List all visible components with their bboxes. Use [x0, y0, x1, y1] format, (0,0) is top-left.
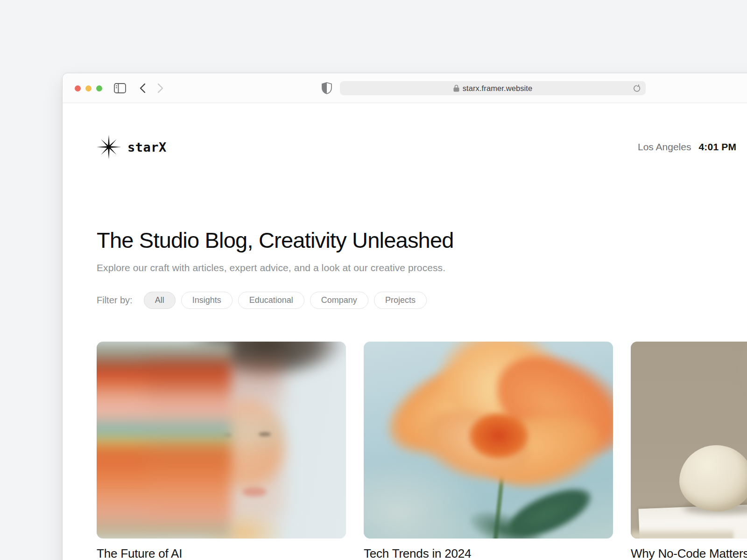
webpage-content: starX Los Angeles 4:01 PM The Studio Blo…: [63, 103, 747, 560]
brand-name: starX: [127, 140, 167, 154]
traffic-lights: [75, 85, 102, 91]
blog-card-image-portrait[interactable]: [97, 342, 346, 539]
filter-pill-projects[interactable]: Projects: [374, 292, 427, 309]
blog-card-grid: The Future of AI What’s next for artific…: [97, 342, 747, 560]
forward-icon[interactable]: [154, 73, 166, 103]
filter-pill-company[interactable]: Company: [310, 292, 368, 309]
blog-card-title[interactable]: The Future of AI: [97, 546, 346, 560]
back-icon[interactable]: [136, 73, 148, 103]
url-text: starx.framer.website: [463, 84, 533, 93]
blog-card[interactable]: The Future of AI What’s next for artific…: [97, 342, 346, 560]
page-subtitle: Explore our craft with articles, expert …: [97, 262, 445, 273]
browser-window: starx.framer.website starX Los Angeles: [62, 73, 747, 560]
filter-bar: Filter by: All Insights Educational Comp…: [97, 292, 427, 309]
blog-card[interactable]: Why No-Code Matters Empowering creators …: [631, 342, 747, 560]
filter-pill-all[interactable]: All: [144, 292, 176, 309]
blog-card-image-stone[interactable]: [631, 342, 747, 539]
filter-label: Filter by:: [97, 295, 133, 306]
brand-logo[interactable]: starX: [97, 135, 167, 159]
browser-toolbar: starx.framer.website: [63, 73, 747, 103]
header-meta: Los Angeles 4:01 PM: [638, 141, 736, 153]
sidebar-toggle-icon[interactable]: [113, 73, 127, 103]
clock-label: 4:01 PM: [698, 141, 736, 153]
site-header: starX Los Angeles 4:01 PM: [97, 135, 747, 162]
address-bar[interactable]: starx.framer.website: [340, 81, 646, 95]
page-title: The Studio Blog, Creativity Unleashed: [97, 228, 454, 252]
lock-icon: [453, 84, 459, 92]
filter-pill-insights[interactable]: Insights: [181, 292, 233, 309]
privacy-shield-icon[interactable]: [320, 73, 333, 103]
blog-card-title[interactable]: Why No-Code Matters: [631, 546, 747, 560]
close-window-button[interactable]: [75, 85, 81, 91]
minimize-window-button[interactable]: [85, 85, 92, 91]
starburst-logo-icon: [97, 135, 121, 159]
reload-icon[interactable]: [631, 83, 641, 93]
zoom-window-button[interactable]: [96, 85, 102, 91]
blog-card[interactable]: Tech Trends in 2024 The innovations to w…: [364, 342, 613, 560]
blog-card-title[interactable]: Tech Trends in 2024: [364, 546, 613, 560]
location-label: Los Angeles: [638, 141, 691, 153]
blog-card-image-flower[interactable]: [364, 342, 613, 539]
filter-pill-educational[interactable]: Educational: [238, 292, 304, 309]
